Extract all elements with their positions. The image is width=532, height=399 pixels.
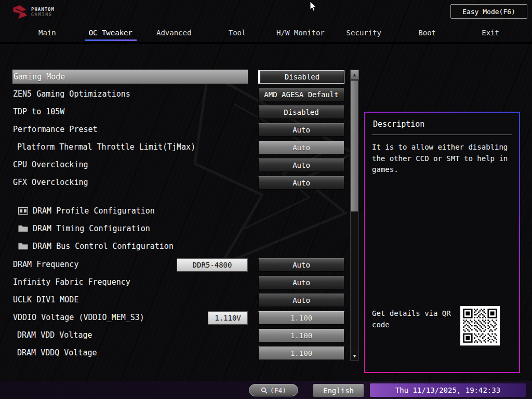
brand-line1: PHANTOM [31,7,55,12]
dram-profile-icon [18,207,28,215]
setting-value-button[interactable]: Auto [258,276,344,289]
setting-value-button[interactable]: Auto [258,176,344,190]
submenu-label: DRAM Timing Configuration [33,224,150,233]
setting-label: TDP to 105W [13,107,64,116]
description-panel: Description It is to allow either disabl… [364,112,520,373]
submenu-label: DRAM Profile Configuration [33,206,155,216]
submenu-label: DRAM Bus Control Configuration [33,242,174,251]
setting-label: DRAM VDDQ Voltage [17,348,97,357]
header-divider [0,42,532,44]
setting-value-button[interactable]: Auto [258,123,344,137]
setting-row-infinity-fabric-frequency[interactable]: Infinity Fabric Frequency Auto [0,274,364,291]
setting-label: GFX Overclocking [13,178,88,187]
phantom-gaming-logo: PHANTOM GAMING [11,4,55,20]
qr-code [460,306,500,345]
easy-mode-button[interactable]: Easy Mode(F6) [450,4,527,19]
setting-row-gaming-mode[interactable]: Gaming Mode Disabled [0,68,364,86]
setting-row-vddio-voltage[interactable]: VDDIO Voltage (VDDIO_MEM_S3) 1.110V 1.10… [0,309,364,327]
pg-logo-icon [11,4,28,20]
setting-value-button[interactable]: 1.100 [258,329,344,342]
setting-row-performance-preset[interactable]: Performance Preset Auto [0,121,364,139]
tab-tool[interactable]: Tool [206,24,269,41]
description-title: Description [372,119,512,129]
setting-value-button[interactable]: Auto [258,258,344,272]
tab-exit[interactable]: Exit [459,24,522,41]
current-dram-frequency: DDR5-4800 [177,258,248,272]
setting-row-cpu-overclocking[interactable]: CPU Overclocking Auto [0,156,364,174]
search-button[interactable]: (F4) [249,384,298,396]
mouse-cursor [310,1,317,12]
submenu-list: DRAM Profile Configuration DRAM Timing C… [0,202,364,255]
setting-value-button[interactable]: Auto [258,141,344,154]
folder-icon [18,225,28,232]
tab-hw-monitor[interactable]: H/W Monitor [269,24,332,41]
brand-line2: GAMING [31,12,55,18]
setting-row-gfx-overclocking[interactable]: GFX Overclocking Auto [0,174,364,192]
search-hotkey-label: (F4) [270,387,286,394]
settings-list-bottom: DRAM Frequency DDR5-4800 Auto Infinity F… [0,256,364,362]
setting-value-button[interactable]: Auto [258,158,344,172]
brand-text: PHANTOM GAMING [31,7,55,17]
scroll-up-button[interactable]: ▲ [351,70,358,79]
setting-row-zen5-optimizations[interactable]: ZEN5 Gaming Optimizations AMD AGESA Defa… [0,86,364,103]
tab-security[interactable]: Security [332,24,395,41]
search-icon [261,387,268,394]
setting-value-button[interactable]: 1.100 [258,311,344,325]
description-divider [372,135,512,135]
setting-value-button[interactable]: 1.100 [258,347,344,360]
setting-label: DRAM VDD Voltage [17,330,92,340]
setting-label: Performance Preset [13,125,98,134]
tab-advanced[interactable]: Advanced [142,24,206,41]
setting-label: ZEN5 Gaming Optimizations [13,89,130,99]
setting-label: Platform Thermal Throttle Limit(TjMax) [17,142,195,152]
setting-label: Gaming Mode [14,72,65,82]
scroll-down-button[interactable]: ▼ [351,351,358,360]
selected-row-highlight: Gaming Mode [12,70,248,84]
setting-label: VDDIO Voltage (VDDIO_MEM_S3) [13,313,144,322]
setting-row-dram-vddq-voltage[interactable]: DRAM VDDQ Voltage 1.100 [0,344,364,362]
folder-icon [18,243,28,250]
description-panel-inner: Description It is to allow either disabl… [365,113,519,372]
setting-label: Infinity Fabric Frequency [13,277,130,287]
setting-row-uclk-div1-mode[interactable]: UCLK DIV1 MODE Auto [0,291,364,309]
tab-bar: Main OC Tweaker Advanced Tool H/W Monito… [16,24,522,41]
description-text: It is to allow either disabling the othe… [372,142,512,176]
setting-row-dram-frequency[interactable]: DRAM Frequency DDR5-4800 Auto [0,256,364,274]
setting-row-tjmax[interactable]: Platform Thermal Throttle Limit(TjMax) A… [0,139,364,156]
setting-label: CPU Overclocking [13,160,88,169]
setting-label: UCLK DIV1 MODE [13,295,78,304]
current-vddio-voltage: 1.110V [208,311,248,325]
scrollbar[interactable]: ▲ ▼ [350,70,359,361]
language-button[interactable]: English [313,384,364,397]
settings-list-top: Gaming Mode Disabled ZEN5 Gaming Optimiz… [0,68,364,192]
setting-label: DRAM Frequency [13,260,78,269]
tab-boot[interactable]: Boot [395,24,459,41]
footer-bar: (F4) English Thu 11/13/2025, 19:42:33 [0,381,532,399]
submenu-dram-bus-control-configuration[interactable]: DRAM Bus Control Configuration [0,237,364,255]
setting-value-button[interactable]: Auto [258,294,344,307]
tab-oc-tweaker[interactable]: OC Tweaker [79,24,142,41]
setting-value-button[interactable]: AMD AGESA Default [258,88,344,101]
setting-value-button[interactable]: Disabled [258,70,344,84]
tab-main[interactable]: Main [16,24,79,41]
qr-caption: Get details via QR code [372,308,463,330]
bios-screen: PHANTOM GAMING Easy Mode(F6) Main OC Twe… [0,0,532,399]
datetime-display: Thu 11/13/2025, 19:42:33 [370,383,526,397]
submenu-dram-profile-configuration[interactable]: DRAM Profile Configuration [0,202,364,220]
setting-row-tdp-105w[interactable]: TDP to 105W Disabled [0,103,364,121]
submenu-dram-timing-configuration[interactable]: DRAM Timing Configuration [0,220,364,237]
setting-value-button[interactable]: Disabled [258,105,344,119]
scrollbar-thumb[interactable] [351,81,358,211]
setting-row-dram-vdd-voltage[interactable]: DRAM VDD Voltage 1.100 [0,327,364,344]
